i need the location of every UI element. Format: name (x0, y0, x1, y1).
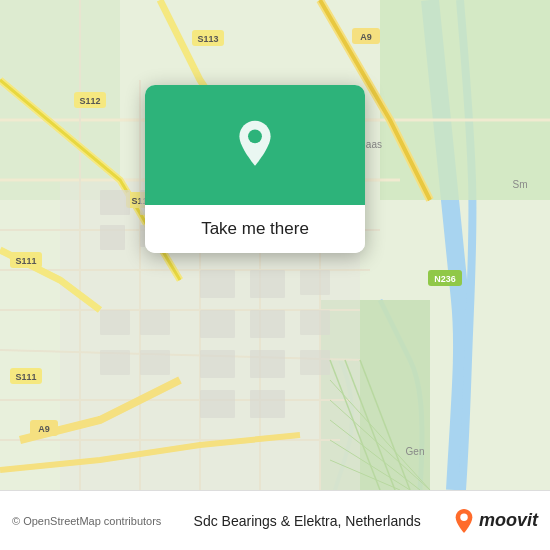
bottom-bar: © OpenStreetMap contributors Sdc Bearing… (0, 490, 550, 550)
svg-rect-45 (200, 350, 235, 378)
svg-text:A9: A9 (360, 32, 372, 42)
moovit-brand-text: moovit (479, 510, 538, 531)
svg-rect-54 (300, 310, 330, 335)
moovit-pin-icon (453, 508, 475, 534)
svg-rect-47 (200, 390, 235, 418)
svg-point-64 (248, 129, 262, 143)
location-popup: Take me there (145, 85, 365, 253)
svg-rect-39 (100, 225, 125, 250)
svg-rect-52 (140, 350, 170, 375)
svg-rect-41 (200, 270, 235, 298)
svg-text:S113: S113 (197, 34, 218, 44)
svg-text:N236: N236 (434, 274, 456, 284)
popup-header (145, 85, 365, 205)
location-name-text: Sdc Bearings & Elektra, Netherlands (161, 513, 453, 529)
svg-text:S111: S111 (15, 372, 36, 382)
copyright-text: © OpenStreetMap contributors (12, 515, 161, 527)
take-me-there-button[interactable]: Take me there (145, 205, 365, 253)
svg-rect-2 (380, 0, 550, 200)
svg-text:Gen: Gen (406, 446, 425, 457)
svg-rect-51 (100, 350, 130, 375)
svg-text:Sm: Sm (513, 179, 528, 190)
svg-rect-46 (250, 350, 285, 378)
svg-rect-55 (300, 350, 330, 375)
svg-text:S111: S111 (15, 256, 36, 266)
svg-rect-44 (250, 310, 285, 338)
svg-rect-48 (250, 390, 285, 418)
map-container: A9 S112 S112 S113 S111 S111 A9 N236 Gaas… (0, 0, 550, 490)
svg-text:A9: A9 (38, 424, 50, 434)
svg-rect-49 (100, 310, 130, 335)
svg-point-65 (460, 513, 467, 520)
svg-rect-42 (250, 270, 285, 298)
svg-text:S112: S112 (79, 96, 100, 106)
svg-rect-53 (300, 270, 330, 295)
svg-rect-37 (100, 190, 130, 215)
svg-rect-43 (200, 310, 235, 338)
location-pin-icon (229, 119, 281, 171)
moovit-logo: moovit (453, 508, 538, 534)
svg-rect-50 (140, 310, 170, 335)
